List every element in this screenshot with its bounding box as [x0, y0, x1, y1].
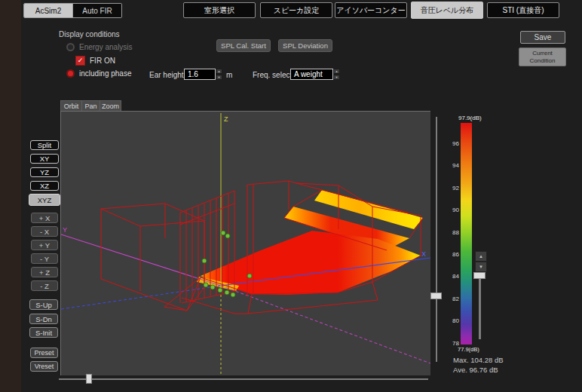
view-vertical-slider-thumb[interactable] — [430, 292, 442, 299]
ear-height-label: Ear height — [149, 71, 184, 79]
tool-orbit-tab[interactable]: Orbit — [60, 100, 82, 112]
sidebar-s-dn-button[interactable]: S-Dn — [29, 314, 58, 324]
nav-isobar-contour-button[interactable]: アイソバーコンター — [335, 2, 407, 18]
colorbar-tick: 92 — [449, 185, 459, 191]
sidebar-yz-button[interactable]: YZ — [30, 167, 59, 177]
including-phase-option[interactable]: including phase — [66, 69, 132, 78]
axis-x-label: X — [421, 250, 426, 258]
current-condition-button[interactable]: Current Condition — [519, 47, 566, 66]
ear-height-unit: m — [226, 71, 232, 79]
sidebar-plus-z-button[interactable]: + Z — [31, 267, 58, 277]
freq-select-stepper[interactable]: ▲ ▼ — [333, 69, 340, 80]
energy-analysis-option[interactable]: Energy analysis — [66, 43, 133, 51]
ear-height-input[interactable] — [184, 69, 216, 80]
view-vertical-slider-track[interactable] — [436, 117, 437, 362]
freq-down-icon[interactable]: ▼ — [333, 75, 340, 80]
ave-spl-value: Ave. 96.76 dB — [453, 366, 498, 374]
mode-tab-group: AcSim2 Auto FIR — [23, 3, 122, 18]
sidebar-plus-x-button[interactable]: + X — [31, 213, 58, 223]
fir-on-option[interactable]: ✓ FIR ON — [75, 56, 115, 66]
including-phase-label: including phase — [79, 69, 132, 78]
sidebar-xz-button[interactable]: XZ — [30, 181, 59, 191]
nav-spl-distribution-button[interactable]: 音圧レベル分布 — [411, 2, 483, 19]
freq-up-icon[interactable]: ▲ — [333, 69, 340, 74]
tool-zoom-tab[interactable]: Zoom — [100, 100, 121, 112]
scene-svg: Z Y X — [61, 112, 430, 375]
ear-height-stepper[interactable]: ▲ ▼ — [216, 69, 222, 80]
energy-analysis-label: Energy analysis — [79, 43, 133, 51]
including-phase-radio[interactable] — [66, 69, 75, 78]
tab-acsim2[interactable]: AcSim2 — [24, 4, 72, 17]
energy-analysis-radio[interactable] — [66, 43, 75, 51]
axis-y-label: Y — [63, 226, 67, 234]
colorbar-tick: 82 — [449, 296, 459, 302]
sidebar-vreset-button[interactable]: Vreset — [30, 361, 58, 372]
nav-room-shape-button[interactable]: 室形選択 — [183, 2, 256, 18]
tool-pan-tab[interactable]: Pan — [81, 100, 100, 112]
axis-z-label: Z — [224, 115, 228, 123]
app-window: { "tabs": { "acsim2": "AcSim2", "auto_fi… — [0, 0, 582, 392]
colorbar-tick: 88 — [449, 229, 459, 236]
scale-down-button[interactable]: ▼ — [475, 262, 487, 272]
spl-deviation-button[interactable]: SPL Deviation — [278, 39, 332, 52]
max-spl-value: Max. 104.28 dB — [453, 356, 504, 364]
sidebar-minus-z-button[interactable]: - Z — [31, 280, 58, 291]
sidebar-s-init-button[interactable]: S-Init — [29, 327, 58, 338]
freq-select-label: Freq. select — [253, 71, 292, 79]
fir-on-checkbox[interactable]: ✓ — [75, 56, 85, 66]
timeline-slider-track[interactable] — [59, 378, 428, 380]
sidebar-s-up-button[interactable]: S-Up — [29, 299, 58, 310]
sidebar-preset-button[interactable]: Preset — [30, 348, 58, 358]
save-button[interactable]: Save — [520, 31, 565, 44]
colorbar-tick: 84 — [449, 273, 459, 280]
fir-on-label: FIR ON — [90, 57, 115, 65]
colorbar-gradient — [461, 123, 472, 345]
colorbar-tick: 86 — [449, 251, 459, 258]
viewport-3d[interactable]: Z Y X — [60, 111, 430, 375]
colorbar-tick: 96 — [449, 140, 459, 147]
tab-auto-fir[interactable]: Auto FIR — [72, 4, 121, 17]
sidebar-plus-y-button[interactable]: + Y — [31, 240, 58, 250]
scale-up-button[interactable]: ▲ — [475, 251, 487, 262]
scale-slider-thumb[interactable] — [473, 272, 486, 279]
colorbar-max-scale-label: 97.9(dB) — [458, 115, 482, 121]
colorbar-min-scale-label: 77.9(dB) — [458, 346, 479, 353]
sidebar-split-button[interactable]: Split — [30, 140, 59, 150]
scale-slider-track[interactable] — [479, 276, 481, 339]
display-conditions-title: Display conditions — [59, 30, 120, 38]
colorbar-tick: 94 — [449, 162, 459, 169]
ear-height-up-icon[interactable]: ▲ — [216, 69, 222, 74]
spl-cal-start-button[interactable]: SPL Cal. Start — [216, 39, 271, 52]
timeline-slider-thumb[interactable] — [86, 374, 92, 384]
colorbar-panel: 97.9(dB) 96 94 92 90 88 86 84 82 80 78 7… — [449, 113, 582, 384]
sidebar-xy-button[interactable]: XY — [30, 154, 59, 164]
colorbar-tick: 90 — [449, 207, 459, 213]
colorbar-tick: 80 — [449, 317, 459, 324]
ear-height-down-icon[interactable]: ▼ — [216, 75, 222, 80]
left-edge-strip — [0, 0, 21, 392]
nav-speaker-settings-button[interactable]: スピーカ設定 — [260, 2, 332, 18]
sidebar-xyz-button[interactable]: XYZ — [29, 194, 60, 206]
freq-select-dropdown[interactable]: A weight — [290, 69, 333, 80]
sidebar-minus-y-button[interactable]: - Y — [31, 253, 58, 264]
nav-sti-button[interactable]: STI (直接音) — [487, 2, 559, 18]
sidebar-minus-x-button[interactable]: - X — [31, 226, 58, 237]
